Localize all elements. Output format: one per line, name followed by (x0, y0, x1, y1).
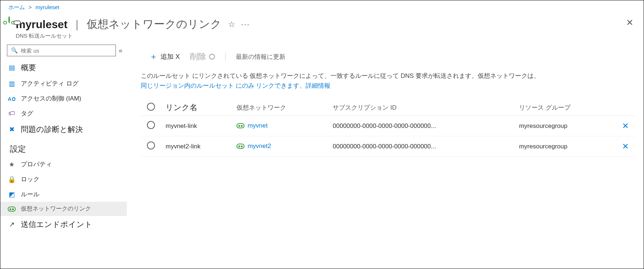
sidebar-item-outbound-endpoint[interactable]: ↗ 送信エンドポイント (0, 216, 127, 233)
add-label: 追加 X (160, 52, 180, 61)
cell-subscription: 00000000-0000-0000-0000-000000... (329, 116, 515, 136)
sidebar-item-diagnose[interactable]: ✖ 問題の診断と解決 (0, 121, 127, 138)
sidebar-item-vnet-links[interactable]: 仮想ネットワークのリンク (0, 202, 127, 216)
iam-icon: ᴀᴏ (8, 95, 16, 103)
diagnose-icon: ✖ (8, 125, 16, 133)
toolbar: ＋ 追加 X 削除 最新の情報に更新 (149, 51, 636, 62)
rules-icon: ◩ (8, 190, 16, 198)
sidebar-item-label: ロック (21, 175, 39, 183)
cell-linkname: myvnet-link (162, 116, 233, 136)
vnet-name: myvnet2 (247, 143, 271, 150)
outbound-icon: ↗ (8, 220, 16, 228)
refresh-button[interactable]: 最新の情報に更新 (236, 53, 285, 61)
sidebar-search-box[interactable]: 🔍 (7, 45, 116, 56)
col-subscription[interactable]: サブスクリプション ID (329, 99, 515, 116)
sidebar-item-label: 問題の診断と解決 (21, 124, 83, 134)
cell-linkname: myvnet2-link (162, 136, 233, 157)
breadcrumb-resource[interactable]: myruleset (35, 4, 59, 10)
row-select-checkbox[interactable] (147, 141, 155, 149)
vnet-link[interactable]: myvnet (236, 122, 268, 129)
sidebar-item-label: タグ (21, 109, 33, 118)
lock-icon: 🔒 (8, 175, 16, 183)
sidebar-item-lock[interactable]: 🔒 ロック (0, 172, 127, 187)
ruleset-icon (8, 16, 10, 23)
sidebar-item-label: プロパティ (21, 160, 52, 168)
activity-log-icon: ▥ (8, 80, 16, 88)
cell-resource-group: myresourcegroup (515, 116, 614, 136)
sidebar-section-settings: 設定 (0, 138, 127, 157)
col-vnet[interactable]: 仮想ネットワーク (233, 99, 329, 116)
delete-label: 削除 (190, 51, 206, 62)
select-all-checkbox[interactable] (147, 103, 155, 111)
title-separator: | (76, 18, 79, 31)
search-icon: 🔍 (11, 47, 18, 54)
resource-name: myruleset (16, 18, 68, 31)
row-select-checkbox[interactable] (147, 121, 155, 129)
row-delete-icon[interactable]: ✕ (622, 142, 629, 151)
description-text: このルールセット にリンクされている 仮想ネットワークによって、一致するルールに… (141, 71, 543, 91)
sidebar-item-label: 送信エンドポイント (21, 219, 92, 230)
close-blade-icon[interactable]: ✕ (626, 18, 633, 28)
sidebar-item-rules[interactable]: ◩ ルール (0, 187, 127, 202)
overview-icon: ▤ (8, 64, 16, 72)
vnet-icon (236, 144, 245, 149)
table-row[interactable]: myvnet2-link myvnet2 00000000-0000-0000-… (140, 136, 636, 157)
sidebar-item-overview[interactable]: ▤ 概要 (0, 59, 127, 76)
favorite-star-icon[interactable]: ☆ (228, 20, 235, 29)
col-resource-group[interactable]: リソース グループ (515, 99, 614, 116)
sidebar-item-label: ルール (21, 190, 39, 198)
delete-circle-icon (209, 54, 215, 60)
add-button[interactable]: ＋ 追加 X (149, 51, 180, 62)
description-line1: このルールセット にリンクされている 仮想ネットワークによって、一致するルールに… (141, 72, 540, 79)
vnet-links-table: リンク名 仮想ネットワーク サブスクリプション ID リソース グループ myv… (140, 99, 636, 157)
main-content: ＋ 追加 X 削除 最新の情報に更新 このルールセット にリンクされている 仮想… (127, 42, 644, 267)
sidebar-item-tags[interactable]: 🏷 タグ (0, 106, 127, 121)
toolbar-separator (225, 52, 226, 61)
vnet-link[interactable]: myvnet2 (236, 143, 271, 150)
description-more-info-link[interactable]: 同じリージョン内のルールセット にのみ リンクできます。詳細情報 (141, 82, 330, 89)
link-overlay-icon (14, 20, 21, 25)
breadcrumb-sep: > (29, 4, 32, 10)
breadcrumb: ホーム > myruleset (0, 0, 644, 13)
sidebar-item-label: アクセスの制御 (IAM) (21, 94, 81, 103)
col-linkname[interactable]: リンク名 (162, 99, 233, 116)
sidebar-item-label: アクティビティ ログ (21, 79, 79, 88)
row-delete-icon[interactable]: ✕ (622, 121, 629, 130)
plus-icon: ＋ (149, 51, 158, 62)
vnet-name: myvnet (247, 122, 268, 129)
breadcrumb-home[interactable]: ホーム (8, 4, 25, 10)
sidebar: 🔍 « ▤ 概要 ▥ アクティビティ ログ ᴀᴏ アクセスの制御 (IAM) 🏷… (0, 42, 127, 267)
resource-type-subtitle: DNS 転送ルールセット (16, 33, 250, 39)
search-input[interactable] (21, 48, 112, 54)
more-actions-icon[interactable]: ··· (241, 20, 250, 29)
cell-subscription: 00000000-0000-0000-0000-000000... (329, 136, 515, 157)
refresh-label: 最新の情報に更新 (236, 53, 285, 61)
table-row[interactable]: myvnet-link myvnet 00000000-0000-0000-00… (140, 116, 636, 136)
tag-icon: 🏷 (8, 110, 16, 117)
sidebar-item-properties[interactable]: ★ プロパティ (0, 157, 127, 172)
sidebar-item-activity-log[interactable]: ▥ アクティビティ ログ (0, 76, 127, 91)
delete-button[interactable]: 削除 (190, 51, 215, 62)
sidebar-item-iam[interactable]: ᴀᴏ アクセスの制御 (IAM) (0, 91, 127, 106)
sidebar-item-label: 概要 (21, 62, 36, 73)
sidebar-item-label: 仮想ネットワークのリンク (21, 205, 91, 213)
properties-star-icon: ★ (8, 160, 16, 168)
collapse-sidebar-icon[interactable]: « (119, 47, 122, 54)
vnet-links-icon (8, 207, 16, 212)
resource-header: myruleset | 仮想ネットワークのリンク ☆ ··· DNS 転送ルール… (0, 13, 644, 42)
page-title: 仮想ネットワークのリンク (87, 17, 221, 32)
sidebar-section-label: 設定 (10, 144, 26, 155)
vnet-icon (236, 123, 245, 128)
cell-resource-group: myresourcegroup (515, 136, 614, 157)
